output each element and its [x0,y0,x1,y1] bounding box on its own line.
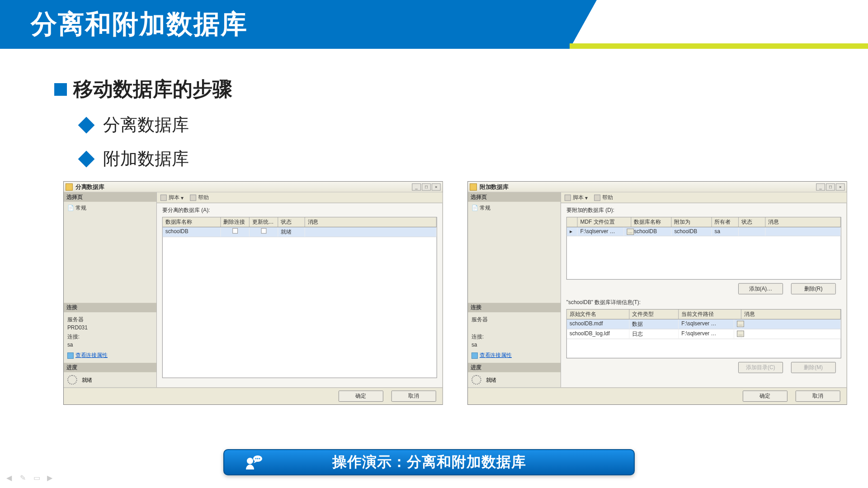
col-msg: 消息 [765,217,840,227]
svg-point-0 [247,458,253,464]
content-area: 移动数据库的步骤 分离数据库 附加数据库 [0,49,868,170]
svg-point-2 [255,458,257,460]
slide-nav-controls: ◀ ✎ ▭ ▶ [6,474,56,483]
sub-bullet-2: 附加数据库 [80,147,868,170]
server-label: 服务器 [472,316,557,324]
details-row-mdf[interactable]: schoolDB.mdf 数据 F:\sqlserver … … [567,319,841,329]
cancel-button[interactable]: 取消 [392,390,436,402]
details-row-ldf[interactable]: schoolDB_log.ldf 日志 F:\sqlserver … … [567,329,841,339]
col-owner: 所有者 [712,217,739,227]
remove-button[interactable]: 删除(R) [791,283,836,295]
slideshow-icon[interactable]: ▭ [33,474,42,483]
ok-button[interactable]: 确定 [339,390,383,402]
col-mdf: MDF 文件位置 [578,217,632,227]
script-icon [565,194,571,201]
progress-circle-icon [67,375,77,385]
cell-status: 就绪 [278,227,305,237]
screenshots-row: 分离数据库 _ □ × 选择页 📄 常规 连接 服务器 PRD031 连接: s… [0,181,868,407]
progress-circle-icon [472,375,481,385]
cancel-button[interactable]: 取消 [796,390,840,402]
slide-title-banner: 分离和附加数据库 [0,0,868,49]
tree-item-general[interactable]: 📄 常规 [67,204,153,213]
close-button[interactable]: × [432,183,441,190]
col-update: 更新统… [250,217,278,227]
details-label: "schoolDB" 数据库详细信息(T): [566,299,841,306]
dialog-app-icon [66,183,73,190]
cell-origname: schoolDB.mdf [567,319,630,329]
svg-point-3 [257,458,259,460]
cell-dbname: schoolDB [163,227,221,237]
square-bullet-icon [54,83,67,96]
progress-ready-text: 就绪 [82,376,93,384]
demo-banner-text: 操作演示：分离和附加数据库 [332,452,526,472]
detach-right-panel: 脚本 ▾ 帮助 要分离的数据库 (A): 数据库名称 删除连接 更新统… 状态 … [157,192,443,388]
person-speech-icon [244,454,263,470]
cell-origname: schoolDB_log.ldf [567,329,630,339]
minimize-button[interactable]: _ [816,183,825,190]
next-slide-icon[interactable]: ▶ [47,474,56,483]
help-icon [594,194,600,201]
col-drop: 删除连接 [221,217,249,227]
cell-curpath: F:\sqlserver … [679,329,734,339]
attach-grid-details[interactable]: 原始文件名 文件类型 当前文件路径 消息 schoolDB.mdf 数据 F:\… [566,309,841,358]
script-icon [160,194,167,201]
detach-footer: 确定 取消 [64,387,443,404]
sub-bullet-1-text: 分离数据库 [103,113,189,136]
col-attachas: 附加为 [671,217,712,227]
minimize-button[interactable]: _ [412,183,421,190]
slide-title: 分离和附加数据库 [31,7,248,42]
close-button[interactable]: × [836,183,845,190]
col-dbname: 数据库名称 [163,217,221,227]
attach-titlebar: 附加数据库 _ □ × [468,182,847,192]
detach-row-schooldb[interactable]: schoolDB 就绪 [163,227,437,237]
select-page-header: 选择页 [64,192,156,202]
detach-window-title: 分离数据库 [75,183,412,191]
sub-bullet-2-text: 附加数据库 [103,147,189,170]
server-value: PRD031 [67,324,153,331]
server-label: 服务器 [67,316,153,324]
prev-slide-icon[interactable]: ◀ [6,474,15,483]
attach-grid-top[interactable]: MDF 文件位置 数据库名称 附加为 所有者 状态 消息 ▸ F:\sqlser… [566,217,841,280]
view-connection-properties-link[interactable]: 查看连接属性 [75,352,108,359]
pen-icon[interactable]: ✎ [20,474,29,483]
sub-bullet-1: 分离数据库 [80,113,868,136]
ok-button[interactable]: 确定 [743,390,788,402]
add-button[interactable]: 添加(A)… [738,283,783,295]
dialog-app-icon [470,183,477,190]
maximize-button[interactable]: □ [826,183,835,190]
tree-item-general[interactable]: 📄 常规 [472,204,557,213]
attach-db-label: 要附加的数据库 (D): [566,206,841,214]
maximize-button[interactable]: □ [422,183,431,190]
script-dropdown[interactable]: 脚本 ▾ [565,194,588,202]
attach-left-panel: 选择页 📄 常规 连接 服务器 连接: sa 查看连接属性 进度 [468,192,561,388]
col-ftype: 文件类型 [629,310,679,319]
drop-checkbox[interactable] [232,228,238,234]
cell-ftype: 日志 [629,329,679,339]
connection-props-icon [472,352,478,359]
col-msg: 消息 [305,217,437,227]
col-origname: 原始文件名 [567,310,630,319]
view-connection-properties-link[interactable]: 查看连接属性 [480,352,512,359]
main-bullet-text: 移动数据库的步骤 [73,76,232,103]
col-status: 状态 [739,217,765,227]
connection-props-icon [67,352,74,359]
script-dropdown[interactable]: 脚本 ▾ [160,194,184,202]
cell-owner: sa [712,227,739,236]
attach-toolbar: 脚本 ▾ 帮助 [561,192,847,203]
cell-dbname: schoolDB [631,227,671,236]
title-triangle [570,0,597,49]
add-catalog-button: 添加目录(C) [738,362,783,373]
help-button[interactable]: 帮助 [594,194,613,202]
attach-dialog: 附加数据库 _ □ × 选择页 📄 常规 连接 服务器 连接: sa [467,181,847,405]
update-checkbox[interactable] [261,228,266,234]
diamond-bullet-icon [78,150,95,167]
attach-row-schooldb[interactable]: ▸ F:\sqlserver … … schoolDB schoolDB sa [567,227,841,236]
demo-banner: 操作演示：分离和附加数据库 [223,449,635,475]
cell-ftype: 数据 [629,319,679,329]
col-curpath: 当前文件路径 [679,310,741,319]
remove-detail-button: 删除(M) [791,362,836,373]
detach-grid[interactable]: 数据库名称 删除连接 更新统… 状态 消息 schoolDB 就绪 [162,217,437,378]
progress-header: 进度 [64,363,156,372]
detach-titlebar: 分离数据库 _ □ × [64,182,443,192]
help-button[interactable]: 帮助 [190,194,209,202]
